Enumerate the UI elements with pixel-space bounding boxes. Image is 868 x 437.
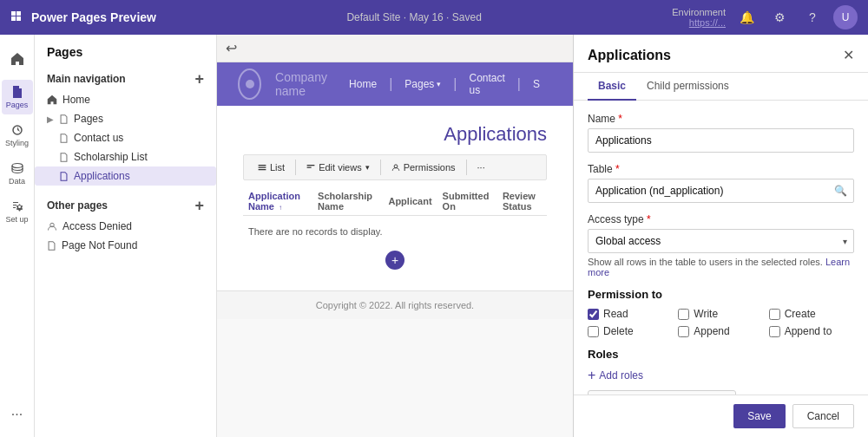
expand-pages-icon: ▶	[47, 114, 54, 124]
top-bar-right: Environment https://... 🔔 ⚙ ? U	[672, 5, 858, 29]
access-type-select[interactable]: Global access Self access None	[588, 229, 854, 253]
cancel-button[interactable]: Cancel	[792, 404, 854, 428]
svg-rect-2	[11, 16, 16, 21]
append-to-permission[interactable]: Append to	[769, 325, 854, 337]
delete-permission[interactable]: Delete	[588, 325, 673, 337]
list-view-button[interactable]: List	[251, 159, 292, 176]
list-table: Application Name ↑ Scholarship Name Appl…	[243, 187, 547, 247]
panel-footer: Save Cancel	[574, 395, 868, 437]
list-toolbar: List Edit views ▾ Permissions ···	[243, 154, 547, 180]
svg-rect-3	[16, 16, 21, 21]
nav-item-home[interactable]: Home	[35, 90, 216, 109]
site-info: Default Site · May 16 · Saved	[346, 11, 481, 23]
sidebar-item-styling[interactable]: Styling	[2, 118, 33, 153]
logo-dot	[246, 80, 254, 88]
preview-body: Applications List Edit views ▾ Permissio…	[217, 106, 573, 290]
nav-item-contact[interactable]: Contact us	[35, 128, 216, 147]
append-to-checkbox[interactable]	[769, 326, 780, 337]
permissions-grid: Read Write Create Delete Append	[588, 308, 854, 337]
col-scholarship-name[interactable]: Scholarship Name	[312, 187, 383, 216]
content-area: ↩ Company name Home | Pages▾ | Contact u…	[217, 35, 573, 437]
top-bar: Power Pages Preview Default Site · May 1…	[0, 0, 868, 35]
name-field-group: Name *	[588, 113, 854, 153]
page-not-found-icon	[47, 241, 56, 251]
add-roles-button[interactable]: + Add roles	[588, 368, 643, 383]
svg-point-7	[394, 165, 398, 168]
add-plus-icon: +	[588, 368, 595, 383]
preview-nav-more[interactable]: S	[521, 62, 552, 106]
app-title: Power Pages Preview	[31, 10, 156, 24]
nav-applications-label: Applications	[74, 170, 130, 182]
sidebar-item-pages[interactable]: Pages	[2, 80, 33, 114]
table-required: *	[615, 163, 620, 175]
name-input[interactable]	[588, 128, 854, 153]
more-toolbar-button[interactable]: ···	[470, 159, 492, 176]
preview-nav-contact[interactable]: Contact us	[457, 62, 516, 106]
col-submitted-on[interactable]: Submitted On	[437, 187, 497, 216]
pages-panel: Pages Main navigation + Home ▶ Pages Con…	[35, 35, 217, 437]
nav-home-label: Home	[62, 94, 90, 106]
write-checkbox[interactable]	[678, 309, 689, 320]
env-url[interactable]: https://...	[672, 17, 726, 28]
page-icon	[59, 114, 69, 124]
sidebar-pages-label: Pages	[6, 101, 29, 109]
add-main-nav-button[interactable]: +	[194, 71, 204, 87]
svg-rect-0	[11, 11, 16, 16]
preview-nav-home[interactable]: Home	[337, 62, 389, 106]
other-pages-label: Other pages	[47, 199, 108, 212]
svg-point-5	[12, 164, 23, 168]
back-icon[interactable]: ↩	[226, 40, 237, 56]
nav-scholarship-label: Scholarship List	[74, 151, 148, 163]
sidebar-home-button[interactable]	[2, 42, 33, 76]
panel-body: Name * Table * 🔍 Access type	[574, 101, 868, 395]
edit-views-button[interactable]: Edit views ▾	[299, 159, 377, 176]
access-type-select-wrap: Global access Self access None ▾	[588, 229, 854, 253]
pages-dropdown-arrow: ▾	[437, 80, 441, 88]
sidebar-data-label: Data	[9, 177, 25, 186]
sidebar-setup-label: Set up	[5, 215, 28, 224]
preview-company-name: Company name	[275, 70, 337, 98]
save-button[interactable]: Save	[733, 404, 785, 428]
permissions-button[interactable]: Permissions	[385, 159, 463, 176]
col-app-name[interactable]: Application Name ↑	[243, 187, 312, 216]
table-input[interactable]	[588, 179, 854, 203]
sidebar-more-button[interactable]: ···	[2, 399, 33, 430]
tab-basic[interactable]: Basic	[588, 73, 636, 101]
nav-item-page-not-found[interactable]: Page Not Found	[35, 236, 216, 255]
main-layout: Pages Styling Data Set up ··· Pages Main…	[0, 35, 868, 437]
read-checkbox[interactable]	[588, 309, 599, 320]
tab-child-permissions[interactable]: Child permissions	[636, 73, 740, 101]
avatar[interactable]: U	[833, 5, 858, 29]
access-type-hint: Show all rows in the table to users in t…	[588, 257, 854, 277]
nav-item-applications[interactable]: Applications ···	[35, 166, 216, 186]
grid-icon[interactable]	[10, 10, 24, 24]
add-other-page-button[interactable]: +	[194, 198, 204, 213]
preview-nav-pages[interactable]: Pages▾	[392, 62, 453, 106]
read-permission[interactable]: Read	[588, 308, 673, 320]
contact-page-icon	[59, 134, 69, 143]
close-panel-button[interactable]: ✕	[843, 47, 854, 63]
append-permission[interactable]: Append	[678, 325, 763, 337]
create-checkbox[interactable]	[769, 309, 780, 320]
delete-checkbox[interactable]	[588, 326, 599, 337]
write-permission[interactable]: Write	[678, 308, 763, 320]
access-type-label: Access type *	[588, 213, 854, 225]
add-row-button[interactable]: +	[385, 251, 404, 270]
create-permission[interactable]: Create	[769, 308, 854, 320]
help-icon[interactable]: ?	[800, 5, 825, 29]
notification-icon[interactable]: 🔔	[734, 5, 759, 29]
sidebar-item-setup[interactable]: Set up	[2, 194, 33, 229]
nav-item-access-denied[interactable]: Access Denied	[35, 217, 216, 236]
append-checkbox[interactable]	[678, 326, 689, 337]
name-required: *	[618, 113, 622, 125]
table-field-group: Table * 🔍	[588, 163, 854, 203]
right-panel-header: Applications ✕	[574, 35, 868, 73]
nav-item-pages[interactable]: ▶ Pages	[35, 109, 216, 128]
sidebar-item-data[interactable]: Data	[2, 156, 33, 191]
access-required: *	[647, 213, 651, 225]
col-review-status[interactable]: Review Status	[497, 187, 547, 216]
nav-item-scholarship[interactable]: Scholarship List	[35, 147, 216, 166]
col-applicant[interactable]: Applicant	[383, 187, 437, 216]
no-records-row: There are no records to display.	[243, 216, 547, 248]
settings-icon[interactable]: ⚙	[767, 5, 792, 29]
